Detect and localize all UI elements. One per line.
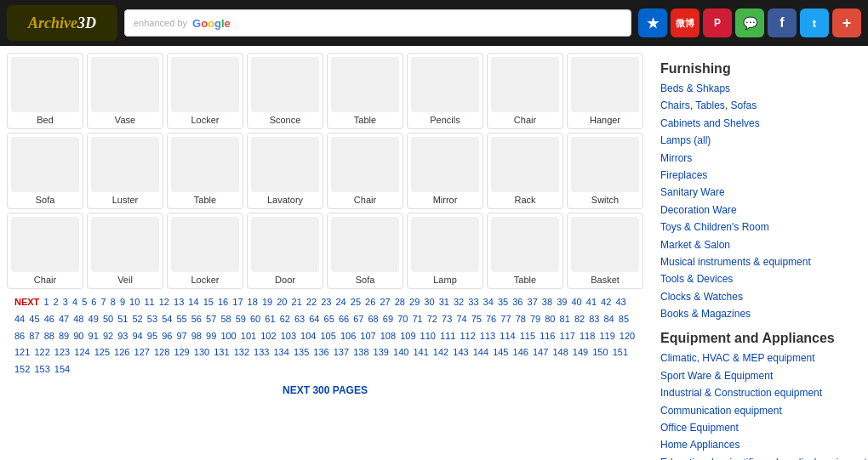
page-link[interactable]: 31 xyxy=(439,297,449,307)
page-link[interactable]: 97 xyxy=(176,331,186,341)
page-link[interactable]: 67 xyxy=(353,314,363,324)
social-weibo-btn[interactable]: 微博 xyxy=(671,9,700,37)
grid-item[interactable]: Table xyxy=(487,213,563,289)
page-link[interactable]: 107 xyxy=(360,331,375,341)
page-link[interactable]: 70 xyxy=(397,314,408,324)
social-twitter-btn[interactable]: t xyxy=(800,9,829,37)
page-link[interactable]: 134 xyxy=(273,347,288,357)
grid-item[interactable]: Sconce xyxy=(247,53,323,129)
search-input[interactable] xyxy=(237,17,622,30)
grid-item[interactable]: Door xyxy=(247,213,323,289)
sidebar-link[interactable]: Tools & Devices xyxy=(660,270,868,287)
page-link[interactable]: 69 xyxy=(383,314,393,324)
page-link[interactable]: 43 xyxy=(615,297,625,307)
grid-item[interactable]: Lavatory xyxy=(247,133,323,209)
page-link[interactable]: 78 xyxy=(516,314,526,324)
page-link[interactable]: 62 xyxy=(280,314,290,324)
page-link[interactable]: 66 xyxy=(339,314,349,324)
grid-item[interactable]: Hanger xyxy=(567,53,643,129)
sidebar-link[interactable]: Fireplaces xyxy=(660,167,868,184)
page-link[interactable]: 17 xyxy=(232,297,243,307)
page-link[interactable]: 114 xyxy=(500,331,515,341)
page-link[interactable]: 131 xyxy=(214,347,229,357)
page-link[interactable]: 11 xyxy=(144,297,154,307)
page-link[interactable]: 26 xyxy=(365,297,375,307)
page-link[interactable]: 10 xyxy=(129,297,140,307)
grid-item[interactable]: Locker xyxy=(167,53,243,129)
page-link[interactable]: 100 xyxy=(220,331,236,341)
page-link[interactable]: 118 xyxy=(580,331,595,341)
social-rss-btn[interactable]: P xyxy=(703,9,732,37)
page-link[interactable]: 82 xyxy=(574,314,585,324)
page-link[interactable]: 88 xyxy=(44,331,54,341)
page-link[interactable]: 24 xyxy=(335,297,345,307)
page-link[interactable]: 65 xyxy=(324,314,334,324)
page-link[interactable]: 20 xyxy=(277,297,287,307)
page-link[interactable]: 61 xyxy=(265,314,275,324)
sidebar-link[interactable]: Industrial & Construction equipment xyxy=(660,384,868,401)
page-link[interactable]: 109 xyxy=(400,331,415,341)
page-link[interactable]: 38 xyxy=(542,297,552,307)
page-link[interactable]: 85 xyxy=(619,314,629,324)
page-link[interactable]: 6 xyxy=(91,297,96,307)
page-link[interactable]: 121 xyxy=(14,347,30,357)
page-link[interactable]: 143 xyxy=(453,347,468,357)
page-link[interactable]: 89 xyxy=(59,331,69,341)
grid-item[interactable]: Bed xyxy=(7,53,83,129)
page-link[interactable]: 102 xyxy=(260,331,276,341)
grid-item[interactable]: Chair xyxy=(327,133,403,209)
page-link[interactable]: 145 xyxy=(493,347,508,357)
sidebar-link[interactable]: Educational, scientific and medical equi… xyxy=(660,454,868,460)
page-link[interactable]: 86 xyxy=(14,331,25,341)
page-link[interactable]: 128 xyxy=(154,347,169,357)
sidebar-link[interactable]: Decoration Ware xyxy=(660,202,868,219)
page-link[interactable]: 29 xyxy=(409,297,420,307)
sidebar-link[interactable]: Climatic, HVAC & MEP equipment xyxy=(660,349,868,366)
page-link[interactable]: 23 xyxy=(321,297,331,307)
grid-item[interactable]: Vase xyxy=(87,53,163,129)
grid-item[interactable]: Lamp xyxy=(407,213,483,289)
sidebar-link[interactable]: Sport Ware & Equipment xyxy=(660,367,868,384)
page-link[interactable]: 142 xyxy=(433,347,448,357)
page-link[interactable]: 93 xyxy=(117,331,128,341)
page-link[interactable]: 151 xyxy=(613,347,628,357)
grid-item[interactable]: Locker xyxy=(167,213,243,289)
page-link[interactable]: 112 xyxy=(460,331,475,341)
next-link[interactable]: NEXT xyxy=(14,297,39,307)
page-link[interactable]: 57 xyxy=(206,314,216,324)
page-link[interactable]: 133 xyxy=(254,347,269,357)
page-link[interactable]: 40 xyxy=(571,297,581,307)
page-link[interactable]: 74 xyxy=(456,314,466,324)
grid-item[interactable]: Table xyxy=(167,133,243,209)
page-link[interactable]: 79 xyxy=(530,314,540,324)
page-link[interactable]: 25 xyxy=(351,297,361,307)
page-link[interactable]: 83 xyxy=(589,314,599,324)
grid-item[interactable]: Basket xyxy=(567,213,643,289)
page-link[interactable]: 129 xyxy=(174,347,189,357)
page-link[interactable]: 76 xyxy=(486,314,496,324)
grid-item[interactable]: Veil xyxy=(87,213,163,289)
page-link[interactable]: 5 xyxy=(82,297,87,307)
page-link[interactable]: 104 xyxy=(300,331,316,341)
sidebar-link[interactable]: Beds & Shkaps xyxy=(660,80,868,97)
page-link[interactable]: 95 xyxy=(147,331,157,341)
page-link[interactable]: 15 xyxy=(203,297,214,307)
grid-item[interactable]: Sofa xyxy=(327,213,403,289)
page-link[interactable]: 64 xyxy=(309,314,319,324)
social-plus-btn[interactable]: + xyxy=(832,9,861,37)
logo[interactable]: Archive3D xyxy=(7,5,117,41)
page-link[interactable]: 48 xyxy=(73,314,83,324)
page-link[interactable]: 9 xyxy=(120,297,125,307)
page-link[interactable]: 4 xyxy=(72,297,77,307)
page-link[interactable]: 12 xyxy=(159,297,169,307)
social-wechat-btn[interactable]: 💬 xyxy=(735,9,764,37)
page-link[interactable]: 99 xyxy=(206,331,216,341)
page-link[interactable]: 84 xyxy=(604,314,614,324)
page-link[interactable]: 77 xyxy=(500,314,511,324)
page-link[interactable]: 3 xyxy=(63,297,68,307)
sidebar-link[interactable]: Cabinets and Shelves xyxy=(660,115,868,132)
page-link[interactable]: 34 xyxy=(483,297,494,307)
grid-item[interactable]: Sofa xyxy=(7,133,83,209)
social-facebook-btn[interactable]: f xyxy=(768,9,797,37)
page-link[interactable]: 27 xyxy=(380,297,390,307)
